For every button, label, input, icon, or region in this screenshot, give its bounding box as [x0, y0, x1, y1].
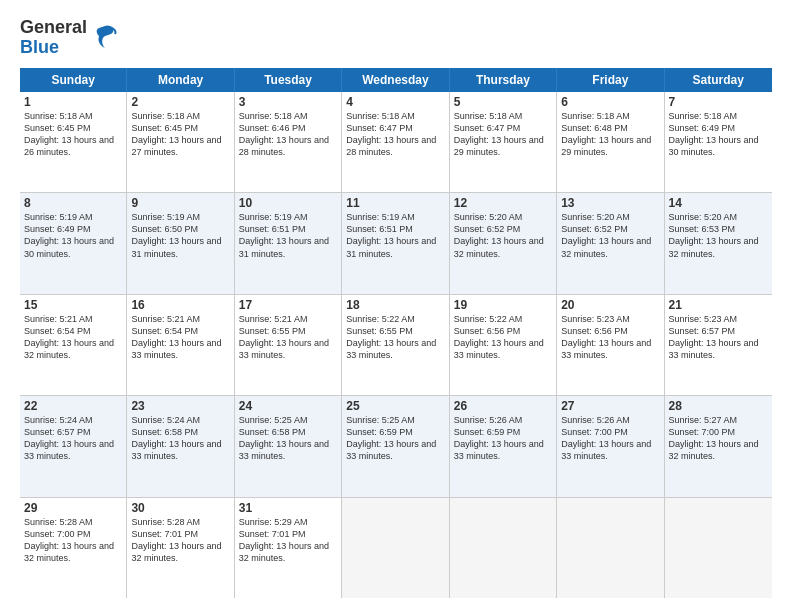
cell-content: Sunrise: 5:19 AM Sunset: 6:51 PM Dayligh… — [239, 211, 337, 260]
day-cell-12: 12 Sunrise: 5:20 AM Sunset: 6:52 PM Dayl… — [450, 193, 557, 293]
cell-content: Sunrise: 5:22 AM Sunset: 6:55 PM Dayligh… — [346, 313, 444, 362]
day-number: 3 — [239, 95, 337, 109]
day-cell-8: 8 Sunrise: 5:19 AM Sunset: 6:49 PM Dayli… — [20, 193, 127, 293]
day-cell-27: 27 Sunrise: 5:26 AM Sunset: 7:00 PM Dayl… — [557, 396, 664, 496]
day-number: 27 — [561, 399, 659, 413]
cell-content: Sunrise: 5:18 AM Sunset: 6:46 PM Dayligh… — [239, 110, 337, 159]
cell-content: Sunrise: 5:26 AM Sunset: 6:59 PM Dayligh… — [454, 414, 552, 463]
empty-cell — [557, 498, 664, 598]
cell-content: Sunrise: 5:19 AM Sunset: 6:49 PM Dayligh… — [24, 211, 122, 260]
day-number: 19 — [454, 298, 552, 312]
day-cell-14: 14 Sunrise: 5:20 AM Sunset: 6:53 PM Dayl… — [665, 193, 772, 293]
page: GeneralBlue SundayMondayTuesdayWednesday… — [0, 0, 792, 612]
cell-content: Sunrise: 5:24 AM Sunset: 6:57 PM Dayligh… — [24, 414, 122, 463]
day-cell-25: 25 Sunrise: 5:25 AM Sunset: 6:59 PM Dayl… — [342, 396, 449, 496]
cell-content: Sunrise: 5:22 AM Sunset: 6:56 PM Dayligh… — [454, 313, 552, 362]
cell-content: Sunrise: 5:28 AM Sunset: 7:01 PM Dayligh… — [131, 516, 229, 565]
day-cell-17: 17 Sunrise: 5:21 AM Sunset: 6:55 PM Dayl… — [235, 295, 342, 395]
day-cell-29: 29 Sunrise: 5:28 AM Sunset: 7:00 PM Dayl… — [20, 498, 127, 598]
day-cell-24: 24 Sunrise: 5:25 AM Sunset: 6:58 PM Dayl… — [235, 396, 342, 496]
day-cell-16: 16 Sunrise: 5:21 AM Sunset: 6:54 PM Dayl… — [127, 295, 234, 395]
cell-content: Sunrise: 5:23 AM Sunset: 6:56 PM Dayligh… — [561, 313, 659, 362]
calendar-body: 1 Sunrise: 5:18 AM Sunset: 6:45 PM Dayli… — [20, 92, 772, 598]
day-cell-7: 7 Sunrise: 5:18 AM Sunset: 6:49 PM Dayli… — [665, 92, 772, 192]
day-cell-22: 22 Sunrise: 5:24 AM Sunset: 6:57 PM Dayl… — [20, 396, 127, 496]
day-header-friday: Friday — [557, 68, 664, 92]
day-number: 10 — [239, 196, 337, 210]
day-number: 16 — [131, 298, 229, 312]
day-header-wednesday: Wednesday — [342, 68, 449, 92]
cell-content: Sunrise: 5:18 AM Sunset: 6:49 PM Dayligh… — [669, 110, 768, 159]
day-number: 26 — [454, 399, 552, 413]
day-cell-21: 21 Sunrise: 5:23 AM Sunset: 6:57 PM Dayl… — [665, 295, 772, 395]
cell-content: Sunrise: 5:21 AM Sunset: 6:54 PM Dayligh… — [24, 313, 122, 362]
empty-cell — [342, 498, 449, 598]
cell-content: Sunrise: 5:18 AM Sunset: 6:47 PM Dayligh… — [454, 110, 552, 159]
day-header-monday: Monday — [127, 68, 234, 92]
day-number: 2 — [131, 95, 229, 109]
day-number: 29 — [24, 501, 122, 515]
day-cell-11: 11 Sunrise: 5:19 AM Sunset: 6:51 PM Dayl… — [342, 193, 449, 293]
cell-content: Sunrise: 5:18 AM Sunset: 6:47 PM Dayligh… — [346, 110, 444, 159]
logo-bird-icon — [91, 22, 119, 50]
cell-content: Sunrise: 5:21 AM Sunset: 6:54 PM Dayligh… — [131, 313, 229, 362]
day-number: 7 — [669, 95, 768, 109]
day-cell-3: 3 Sunrise: 5:18 AM Sunset: 6:46 PM Dayli… — [235, 92, 342, 192]
cell-content: Sunrise: 5:26 AM Sunset: 7:00 PM Dayligh… — [561, 414, 659, 463]
calendar-row-4: 22 Sunrise: 5:24 AM Sunset: 6:57 PM Dayl… — [20, 396, 772, 497]
cell-content: Sunrise: 5:19 AM Sunset: 6:50 PM Dayligh… — [131, 211, 229, 260]
day-number: 1 — [24, 95, 122, 109]
day-cell-18: 18 Sunrise: 5:22 AM Sunset: 6:55 PM Dayl… — [342, 295, 449, 395]
day-cell-19: 19 Sunrise: 5:22 AM Sunset: 6:56 PM Dayl… — [450, 295, 557, 395]
day-cell-2: 2 Sunrise: 5:18 AM Sunset: 6:45 PM Dayli… — [127, 92, 234, 192]
day-number: 22 — [24, 399, 122, 413]
day-number: 14 — [669, 196, 768, 210]
calendar-row-3: 15 Sunrise: 5:21 AM Sunset: 6:54 PM Dayl… — [20, 295, 772, 396]
day-number: 28 — [669, 399, 768, 413]
cell-content: Sunrise: 5:21 AM Sunset: 6:55 PM Dayligh… — [239, 313, 337, 362]
calendar-row-1: 1 Sunrise: 5:18 AM Sunset: 6:45 PM Dayli… — [20, 92, 772, 193]
day-cell-23: 23 Sunrise: 5:24 AM Sunset: 6:58 PM Dayl… — [127, 396, 234, 496]
cell-content: Sunrise: 5:18 AM Sunset: 6:45 PM Dayligh… — [131, 110, 229, 159]
cell-content: Sunrise: 5:27 AM Sunset: 7:00 PM Dayligh… — [669, 414, 768, 463]
calendar-row-5: 29 Sunrise: 5:28 AM Sunset: 7:00 PM Dayl… — [20, 498, 772, 598]
day-cell-10: 10 Sunrise: 5:19 AM Sunset: 6:51 PM Dayl… — [235, 193, 342, 293]
cell-content: Sunrise: 5:24 AM Sunset: 6:58 PM Dayligh… — [131, 414, 229, 463]
day-cell-13: 13 Sunrise: 5:20 AM Sunset: 6:52 PM Dayl… — [557, 193, 664, 293]
day-number: 5 — [454, 95, 552, 109]
cell-content: Sunrise: 5:18 AM Sunset: 6:48 PM Dayligh… — [561, 110, 659, 159]
day-cell-4: 4 Sunrise: 5:18 AM Sunset: 6:47 PM Dayli… — [342, 92, 449, 192]
day-cell-15: 15 Sunrise: 5:21 AM Sunset: 6:54 PM Dayl… — [20, 295, 127, 395]
day-number: 23 — [131, 399, 229, 413]
logo-text: GeneralBlue — [20, 18, 87, 58]
calendar-header: SundayMondayTuesdayWednesdayThursdayFrid… — [20, 68, 772, 92]
header: GeneralBlue — [20, 18, 772, 58]
cell-content: Sunrise: 5:28 AM Sunset: 7:00 PM Dayligh… — [24, 516, 122, 565]
day-number: 8 — [24, 196, 122, 210]
day-number: 24 — [239, 399, 337, 413]
day-cell-9: 9 Sunrise: 5:19 AM Sunset: 6:50 PM Dayli… — [127, 193, 234, 293]
day-cell-5: 5 Sunrise: 5:18 AM Sunset: 6:47 PM Dayli… — [450, 92, 557, 192]
cell-content: Sunrise: 5:20 AM Sunset: 6:53 PM Dayligh… — [669, 211, 768, 260]
calendar: SundayMondayTuesdayWednesdayThursdayFrid… — [20, 68, 772, 598]
day-cell-26: 26 Sunrise: 5:26 AM Sunset: 6:59 PM Dayl… — [450, 396, 557, 496]
logo: GeneralBlue — [20, 18, 119, 58]
day-number: 20 — [561, 298, 659, 312]
cell-content: Sunrise: 5:20 AM Sunset: 6:52 PM Dayligh… — [561, 211, 659, 260]
cell-content: Sunrise: 5:23 AM Sunset: 6:57 PM Dayligh… — [669, 313, 768, 362]
cell-content: Sunrise: 5:19 AM Sunset: 6:51 PM Dayligh… — [346, 211, 444, 260]
cell-content: Sunrise: 5:29 AM Sunset: 7:01 PM Dayligh… — [239, 516, 337, 565]
day-number: 25 — [346, 399, 444, 413]
cell-content: Sunrise: 5:20 AM Sunset: 6:52 PM Dayligh… — [454, 211, 552, 260]
day-number: 9 — [131, 196, 229, 210]
day-header-sunday: Sunday — [20, 68, 127, 92]
day-number: 6 — [561, 95, 659, 109]
day-number: 30 — [131, 501, 229, 515]
day-cell-1: 1 Sunrise: 5:18 AM Sunset: 6:45 PM Dayli… — [20, 92, 127, 192]
day-header-saturday: Saturday — [665, 68, 772, 92]
day-cell-28: 28 Sunrise: 5:27 AM Sunset: 7:00 PM Dayl… — [665, 396, 772, 496]
day-number: 18 — [346, 298, 444, 312]
cell-content: Sunrise: 5:25 AM Sunset: 6:59 PM Dayligh… — [346, 414, 444, 463]
day-number: 15 — [24, 298, 122, 312]
day-number: 13 — [561, 196, 659, 210]
